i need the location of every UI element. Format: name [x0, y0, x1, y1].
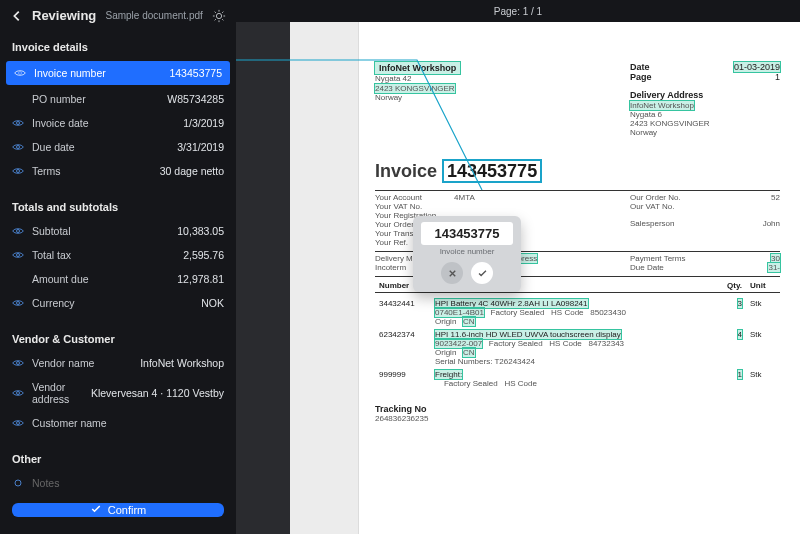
doc-your-vat: Your VAT No. — [375, 202, 630, 211]
svg-point-9 — [17, 392, 20, 395]
field-label: Invoice date — [32, 117, 175, 129]
popover-reject-button[interactable] — [441, 262, 463, 284]
li-sub: 84732343 — [588, 339, 624, 348]
doc-our-vat: Our VAT No. — [630, 202, 780, 211]
doc-invoice-number: 143453775 — [442, 159, 542, 183]
svg-point-8 — [17, 362, 20, 365]
field-value: InfoNet Workshop — [140, 357, 224, 369]
section-other: Other — [0, 443, 236, 471]
li-qty: 4 — [738, 330, 742, 339]
field-label: Terms — [32, 165, 152, 177]
eye-icon — [12, 141, 24, 153]
svg-point-6 — [17, 254, 20, 257]
gear-icon[interactable] — [212, 9, 226, 23]
field-label: Total tax — [32, 249, 175, 261]
li-sub: HS Code — [504, 379, 536, 388]
svg-point-4 — [17, 170, 20, 173]
li-sub: 85023430 — [590, 308, 626, 317]
li-sub: HS Code — [551, 308, 583, 317]
field-total-tax[interactable]: Total tax 2,595.76 — [0, 243, 236, 267]
doc-payment-terms: Payment Terms — [630, 254, 685, 263]
svg-point-3 — [17, 146, 20, 149]
page-mode-title: Reviewing — [32, 8, 96, 23]
doc-due-date-v: 31- — [768, 263, 780, 272]
li-desc: Freight: — [435, 370, 462, 379]
doc-invoice-word: Invoice — [375, 161, 437, 181]
li-sub: Factory Sealed — [491, 308, 545, 317]
li-desc: HPI 11.6-inch HD WLED UWVA touchscreen d… — [435, 330, 621, 339]
field-due-date[interactable]: Due date 3/31/2019 — [0, 135, 236, 159]
doc-our-order-v: 52 — [771, 193, 780, 202]
field-vendor-address[interactable]: Vendor address Klevervesan 4 · 1120 Vest… — [0, 375, 236, 411]
field-value: 30 dage netto — [160, 165, 224, 177]
svg-point-2 — [17, 122, 20, 125]
back-arrow-icon[interactable] — [10, 9, 24, 23]
li-sub: Factory Sealed — [489, 339, 543, 348]
field-customer-name[interactable]: Customer name — [0, 411, 236, 435]
field-value: 3/31/2019 — [177, 141, 224, 153]
eye-icon — [12, 165, 24, 177]
field-amount-due[interactable]: Amount due 12,978.81 — [0, 267, 236, 291]
li-sub: Serial Numbers: — [435, 357, 492, 366]
line-item-row: 62342374 HPI 11.6-inch HD WLED UWVA touc… — [375, 328, 780, 368]
confirm-label: Confirm — [108, 504, 147, 516]
doc-sender-city: 2423 KONGSVINGER — [375, 84, 455, 93]
doc-delivery-label: Delivery Address — [630, 90, 780, 100]
svg-point-11 — [15, 480, 21, 486]
line-item-row: 34432441 HPI Battery 4C 40WHr 2.8AH LI L… — [375, 297, 780, 328]
field-terms[interactable]: Terms 30 dage netto — [0, 159, 236, 183]
document-page[interactable]: InfoNet Workshop Nygata 42 2423 KONGSVIN… — [358, 22, 800, 534]
svg-point-7 — [17, 302, 20, 305]
li-num: 999999 — [375, 368, 431, 390]
svg-point-5 — [17, 230, 20, 233]
doc-sender-country: Norway — [375, 93, 630, 102]
field-value: 143453775 — [169, 67, 222, 79]
field-value: NOK — [201, 297, 224, 309]
li-desc: HPI Battery 4C 40WHr 2.8AH LI LA098241 — [435, 299, 588, 308]
field-currency[interactable]: Currency NOK — [0, 291, 236, 315]
field-subtotal[interactable]: Subtotal 10,383.05 — [0, 219, 236, 243]
eye-icon — [12, 249, 24, 261]
li-sub: CN — [463, 317, 475, 326]
li-sub: Origin — [435, 317, 456, 326]
popover-value: 143453775 — [421, 222, 513, 245]
doc-delivery-country: Norway — [630, 128, 780, 137]
li-qty: 3 — [738, 299, 742, 308]
field-invoice-date[interactable]: Invoice date 1/3/2019 — [0, 111, 236, 135]
section-invoice-details: Invoice details — [0, 31, 236, 59]
circle-icon — [12, 477, 24, 489]
field-label: Vendor address — [32, 381, 83, 405]
check-icon — [90, 503, 102, 517]
doc-sender-line2: Nygata 42 — [375, 74, 630, 83]
doc-your-account-v: 4MTA — [454, 193, 475, 202]
document-name: Sample document.pdf — [104, 10, 204, 21]
li-sub: Origin — [435, 348, 456, 357]
field-notes[interactable]: Notes — [0, 471, 236, 495]
field-value: 10,383.05 — [177, 225, 224, 237]
li-sub: 9023422-007 — [435, 339, 482, 348]
doc-page-label: Page — [630, 72, 652, 82]
field-label: PO number — [32, 93, 159, 105]
doc-delivery-street: Nygata 6 — [630, 110, 780, 119]
field-label: Vendor name — [32, 357, 132, 369]
field-value: 12,978.81 — [177, 273, 224, 285]
doc-salesperson-v: John — [763, 219, 780, 228]
line-item-row: 999999 Freight: Factory Sealed HS Code 1… — [375, 368, 780, 390]
doc-date-label: Date — [630, 62, 650, 72]
doc-tracking-value: 264836236235 — [375, 414, 780, 423]
field-invoice-number[interactable]: Invoice number 143453775 — [6, 61, 230, 85]
confirm-button[interactable]: Confirm — [12, 503, 224, 517]
popover-accept-button[interactable] — [471, 262, 493, 284]
field-vendor-name[interactable]: Vendor name InfoNet Workshop — [0, 351, 236, 375]
doc-due-date-label: Due Date — [630, 263, 664, 272]
eye-icon — [12, 357, 24, 369]
field-po-number[interactable]: PO number W85734285 — [0, 87, 236, 111]
section-totals: Totals and subtotals — [0, 191, 236, 219]
field-label: Subtotal — [32, 225, 169, 237]
field-value: W85734285 — [167, 93, 224, 105]
li-num: 62342374 — [375, 328, 431, 368]
field-label: Currency — [32, 297, 193, 309]
field-value: 1/3/2019 — [183, 117, 224, 129]
doc-our-order: Our Order No. — [630, 193, 681, 202]
eye-icon — [12, 417, 24, 429]
